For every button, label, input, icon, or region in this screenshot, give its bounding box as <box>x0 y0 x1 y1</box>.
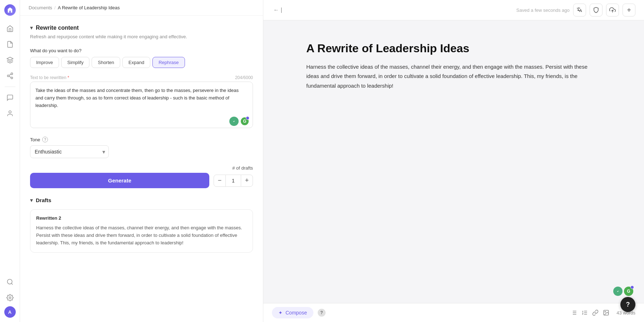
textarea-tool-icons: G <box>229 117 249 126</box>
svg-marker-0 <box>7 57 13 60</box>
tabs-container: Improve Simplify Shorten Expand Rephrase <box>30 57 253 68</box>
numbered-list-icon[interactable] <box>581 309 588 316</box>
section-title: Rewrite content <box>36 25 79 31</box>
draft-card-title: Rewritten 2 <box>36 215 247 221</box>
compose-label: Compose <box>286 310 307 316</box>
counter-increment[interactable]: + <box>241 175 253 187</box>
section-header: ▾ Rewrite content <box>30 24 253 31</box>
char-count: 204/6000 <box>235 75 253 80</box>
sidebar-divider <box>5 87 15 87</box>
drafts-collapse-icon[interactable]: ▾ <box>30 197 33 204</box>
tone-select[interactable]: Default Formal Informal Enthusiastic Pro… <box>30 145 109 158</box>
sidebar-item-home[interactable] <box>3 21 17 36</box>
breadcrumb: Documents / A Rewrite of Leadership Idea… <box>20 0 263 16</box>
svg-point-6 <box>9 111 11 113</box>
image-icon[interactable] <box>603 309 609 316</box>
textarea-header: Text to be rewritten * 204/6000 <box>30 75 253 80</box>
floating-green-badge[interactable] <box>613 287 623 296</box>
sidebar: A <box>0 0 20 322</box>
svg-point-3 <box>11 77 13 79</box>
draft-card: Rewritten 2 Harness the collective ideas… <box>30 209 253 253</box>
back-button[interactable]: ← | <box>272 5 284 15</box>
floating-badges: G <box>613 287 633 296</box>
svg-point-9 <box>9 297 11 299</box>
tab-shorten[interactable]: Shorten <box>92 57 120 68</box>
svg-line-4 <box>9 76 11 77</box>
section-desc: Refresh and repurpose content while maki… <box>30 34 253 39</box>
avatar[interactable]: A <box>4 306 16 318</box>
sidebar-item-layers[interactable] <box>3 53 17 67</box>
sidebar-item-analytics[interactable] <box>3 275 17 289</box>
upload-button[interactable] <box>606 4 619 16</box>
saved-status: Saved a few seconds ago <box>516 8 570 13</box>
draft-card-text: Harness the collective ideas of the mass… <box>36 224 247 247</box>
tab-rephrase[interactable]: Rephrase <box>152 57 185 68</box>
sidebar-item-chat[interactable] <box>3 91 17 105</box>
translate-button[interactable] <box>573 4 586 16</box>
tone-info-icon[interactable]: ? <box>42 137 48 142</box>
top-bar: ← | Saved a few seconds ago + <box>263 0 644 20</box>
shield-button[interactable] <box>590 4 602 16</box>
drafts-header: ▾ Drafts <box>30 197 253 204</box>
textarea-wrapper: Take the ideas of the masses and concent… <box>30 82 253 130</box>
top-bar-right: Saved a few seconds ago + <box>516 4 635 16</box>
svg-point-7 <box>7 279 12 284</box>
compose-help-icon[interactable]: ? <box>318 309 326 317</box>
counter-value: 1 <box>226 175 241 187</box>
generate-button[interactable]: Generate <box>30 173 209 188</box>
tone-section: Tone ? Default Formal Informal Enthusias… <box>30 137 253 158</box>
add-button[interactable]: + <box>623 4 635 16</box>
editor-body[interactable]: Harness the collective ideas of the mass… <box>306 62 601 91</box>
breadcrumb-separator: / <box>54 5 56 10</box>
right-panel: ← | Saved a few seconds ago + A Rewrite … <box>263 0 644 322</box>
action-label: What do you want to do? <box>30 48 253 53</box>
counter-decrement[interactable]: − <box>214 175 226 187</box>
sidebar-item-user[interactable] <box>3 106 17 121</box>
drafts-title: Drafts <box>36 197 51 203</box>
svg-point-2 <box>7 75 9 77</box>
editor-title: A Rewrite of Leadership Ideas <box>306 42 601 55</box>
drafts-counter: − 1 + <box>214 175 253 187</box>
svg-line-5 <box>9 74 11 75</box>
list-icon[interactable] <box>571 309 577 316</box>
breadcrumb-current: A Rewrite of Leadership Ideas <box>58 5 119 10</box>
top-bar-left: ← | <box>272 5 284 15</box>
bottom-bar: ✦ Compose ? 43 words <box>263 303 644 322</box>
tab-expand[interactable]: Expand <box>122 57 150 68</box>
drafts-section: ▾ Drafts Rewritten 2 Harness the collect… <box>30 197 253 253</box>
compose-icon: ✦ <box>278 310 283 316</box>
compose-button[interactable]: ✦ Compose <box>272 307 313 318</box>
editor-area[interactable]: A Rewrite of Leadership Ideas Harness th… <box>263 20 644 303</box>
text-input[interactable]: Take the ideas of the masses and concent… <box>30 82 253 128</box>
breadcrumb-parent[interactable]: Documents <box>29 5 52 10</box>
sidebar-bottom: A <box>3 275 17 318</box>
svg-point-1 <box>11 73 13 75</box>
app-logo[interactable] <box>4 4 16 16</box>
textarea-label: Text to be rewritten * <box>30 75 69 80</box>
tone-select-wrapper: Default Formal Informal Enthusiastic Pro… <box>30 145 109 158</box>
sidebar-item-integrations[interactable] <box>3 69 17 83</box>
action-row: Generate − 1 + <box>30 173 253 188</box>
svg-point-23 <box>605 311 606 312</box>
tone-label: Tone ? <box>30 137 253 142</box>
collapse-icon[interactable]: ▾ <box>30 24 33 31</box>
tab-simplify[interactable]: Simplify <box>61 57 90 68</box>
sidebar-item-documents[interactable] <box>3 37 17 52</box>
drafts-count-label: # of drafts <box>232 165 253 171</box>
link-icon[interactable] <box>592 309 599 316</box>
floating-grammarly-badge[interactable]: G <box>624 287 633 296</box>
grammarly-badge[interactable]: G <box>240 117 249 126</box>
tab-improve[interactable]: Improve <box>30 57 59 68</box>
svg-line-8 <box>11 283 13 285</box>
left-panel: Documents / A Rewrite of Leadership Idea… <box>20 0 263 322</box>
help-bubble[interactable]: ? <box>620 297 635 312</box>
tool-badge-green[interactable] <box>229 117 239 126</box>
sidebar-item-settings[interactable] <box>3 291 17 305</box>
drafts-label-row: # of drafts <box>30 165 253 171</box>
